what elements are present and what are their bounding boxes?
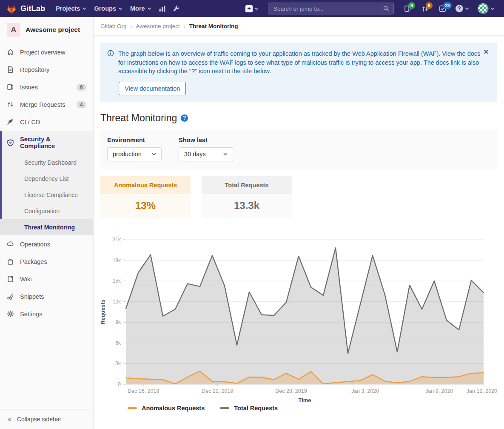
chevron-down-icon (223, 152, 228, 156)
user-avatar (478, 3, 489, 14)
analytics-charts-button[interactable] (155, 0, 169, 17)
admin-area-button[interactable] (169, 0, 183, 17)
svg-text:Jan 12, 2020: Jan 12, 2020 (467, 388, 497, 394)
svg-text:Dec 28, 2019: Dec 28, 2019 (275, 388, 307, 394)
sidebar-item-label: Operations (20, 241, 50, 248)
sidebar-item-security-compliance[interactable]: Security & Compliance (0, 131, 93, 154)
merge-requests-dashboard-button[interactable]: 6 (417, 0, 433, 17)
sidebar-subitem-security-dashboard[interactable]: Security Dashboard (0, 154, 93, 171)
chevron-down-icon (465, 6, 469, 11)
sidebar-item-packages[interactable]: Packages (0, 253, 93, 270)
new-menu-button[interactable]: + (242, 5, 262, 12)
sidebar-item-label: Merge Requests (20, 101, 65, 108)
svg-text:15k: 15k (113, 278, 121, 284)
svg-text:6k: 6k (115, 340, 121, 346)
sidebar-item-snippets[interactable]: Snippets (0, 288, 93, 305)
stat-tile-anomalous-requests[interactable]: Anomalous Requests 13% (100, 176, 191, 218)
home-icon (7, 49, 14, 56)
issues-dashboard-button[interactable]: 9 (400, 0, 416, 17)
breadcrumb-separator: › (131, 23, 132, 29)
svg-text:Time: Time (298, 397, 311, 402)
legend-total-requests[interactable]: Total Requests (220, 405, 278, 412)
sidebar-item-label: Security & Compliance (20, 136, 86, 149)
search-box (268, 3, 394, 14)
nav-more[interactable]: More (126, 0, 155, 17)
view-documentation-button[interactable]: View documentation (119, 82, 186, 95)
document-icon (7, 66, 14, 73)
filters-panel: Environment production Show last 30 days (100, 130, 497, 169)
search-icon (383, 6, 389, 11)
svg-text:Dec 22, 2019: Dec 22, 2019 (202, 388, 233, 394)
environment-select[interactable]: production (107, 147, 162, 161)
svg-text:18k: 18k (113, 257, 121, 263)
merge-request-icon (7, 101, 14, 108)
show-last-label: Show last (179, 137, 233, 143)
environment-value: production (113, 151, 142, 157)
title-help-icon[interactable]: ? (181, 114, 188, 122)
stat-value: 13% (100, 194, 191, 218)
sidebar-item-label: Packages (20, 258, 47, 265)
breadcrumb-group[interactable]: Gitlab Org (100, 23, 127, 29)
main-content: Gitlab Org › Awesome project › Threat Mo… (94, 17, 504, 412)
stats-row: Anomalous Requests 13% Total Requests 13… (100, 176, 497, 218)
legend-anomalous-requests[interactable]: Anomalous Requests (128, 405, 205, 412)
sidebar-item-label: Project overview (20, 49, 65, 56)
svg-text:Requests: Requests (100, 299, 106, 324)
legend-label: Total Requests (234, 405, 278, 412)
sidebar-nav: Project overview Repository Issues 6 Mer… (0, 43, 93, 409)
info-icon (107, 50, 114, 76)
user-menu-button[interactable] (474, 3, 498, 14)
issues-count-badge: 9 (408, 2, 415, 9)
nav-groups-label: Groups (94, 5, 116, 12)
todos-button[interactable]: 23 (435, 0, 450, 17)
collapse-chevrons-icon: « (8, 415, 11, 423)
legend-dash-gray (220, 407, 229, 409)
collapse-sidebar-button[interactable]: « Collapse sidebar (0, 409, 93, 429)
question-mark-icon: ? (456, 5, 463, 12)
svg-text:0: 0 (118, 381, 121, 387)
alert-close-button[interactable]: ✕ (481, 48, 491, 56)
alert-message: The graph below is an overview of traffi… (118, 49, 484, 76)
project-sidebar: A Awesome project Project overview Repos… (0, 17, 94, 429)
chevron-down-icon (118, 6, 122, 11)
sidebar-item-operations[interactable]: Operations (0, 235, 93, 253)
sidebar-item-settings[interactable]: Settings (0, 305, 93, 323)
sidebar-item-merge-requests[interactable]: Merge Requests 4 (0, 96, 93, 113)
legend-dash-orange (128, 407, 137, 409)
environment-label: Environment (107, 137, 162, 143)
stat-value: 13.3k (202, 194, 292, 218)
sidebar-subitem-threat-monitoring[interactable]: Threat Monitoring (0, 219, 93, 235)
sidebar-subitem-license-compliance[interactable]: License Compliance (0, 187, 93, 203)
show-last-value: 30 days (184, 151, 206, 157)
breadcrumb-current-page[interactable]: Threat Monitoring (189, 23, 238, 29)
plus-icon: + (245, 5, 253, 12)
sidebar-subitem-configuration[interactable]: Configuration (0, 203, 93, 219)
sidebar-item-wiki[interactable]: Wiki (0, 270, 93, 288)
chevron-down-icon (82, 6, 86, 11)
sidebar-project-header[interactable]: A Awesome project (0, 17, 93, 43)
nav-projects[interactable]: Projects (52, 0, 90, 17)
show-last-select[interactable]: 30 days (179, 147, 233, 161)
sidebar-section-security-compliance: Security & Compliance Security Dashboard… (0, 131, 93, 235)
gitlab-logo[interactable]: GitLab (6, 3, 45, 14)
quill-ci-cd-icon (7, 118, 14, 126)
help-menu-button[interactable]: ? (452, 5, 473, 12)
sidebar-item-project-overview[interactable]: Project overview (0, 43, 93, 61)
page-title: Threat Monitoring (100, 112, 177, 124)
stat-tile-total-requests[interactable]: Total Requests 13.3k (202, 176, 292, 218)
nav-groups[interactable]: Groups (90, 0, 126, 17)
logo-wordmark: GitLab (20, 4, 45, 13)
todos-count-badge: 23 (443, 2, 452, 9)
sidebar-subitem-dependency-list[interactable]: Dependency List (0, 171, 93, 187)
wrench-icon (173, 5, 180, 12)
sidebar-item-issues[interactable]: Issues 6 (0, 78, 93, 96)
sidebar-item-ci-cd[interactable]: CI / CD (0, 113, 93, 131)
search-input[interactable] (273, 5, 380, 12)
sidebar-item-repository[interactable]: Repository (0, 61, 93, 78)
chevron-down-icon (152, 152, 156, 156)
breadcrumb-project[interactable]: Awesome project (136, 23, 180, 29)
issues-count: 6 (77, 84, 86, 91)
legend-label: Anomalous Requests (142, 405, 205, 412)
project-name: Awesome project (26, 26, 80, 34)
sidebar-item-label: CI / CD (20, 119, 40, 126)
